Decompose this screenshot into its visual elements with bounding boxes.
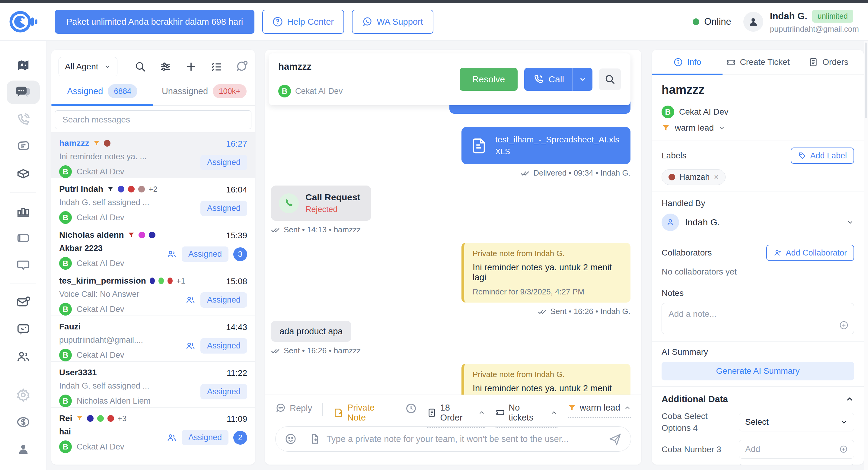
box-icon[interactable] [7,162,40,186]
notes-heading: Notes [661,288,684,298]
lead-status-select[interactable]: warm lead [661,123,854,140]
sidebar-divider [10,192,36,192]
conversation-item[interactable]: Fauzi puputriindaht@gmail.... BCekat AI … [51,316,255,362]
chevron-down-icon [579,75,587,84]
contact-name-heading: hamzzz [661,75,854,97]
label-dot [149,232,155,238]
remove-label-icon[interactable]: × [714,173,719,182]
profile-icon[interactable] [7,437,40,461]
card-icon[interactable] [7,226,40,250]
search-icon[interactable] [134,61,146,73]
file-type: XLS [495,147,619,156]
tab-orders[interactable]: Orders [793,50,864,74]
dollar-icon[interactable] [7,410,40,434]
conversation-item[interactable]: hamzzz Ini reminder notes ya. ... BCekat… [51,132,255,178]
whatsapp-business-icon: B [59,395,72,407]
message-preview: Indah G. self assigned ... [59,198,200,207]
conversation-item[interactable]: Putri Indah +2 Indah G. self assigned ..… [51,178,255,224]
tab-info[interactable]: Info [652,50,722,74]
add-label-button[interactable]: Add Label [791,148,854,164]
help-center-button[interactable]: Help Center [262,10,344,34]
conversation-list-panel: All Agent Assigned 6884 Unassigned [51,50,255,465]
emoji-icon[interactable] [285,433,297,445]
order-doc-icon [427,408,437,417]
coba-select-dropdown[interactable]: Select [739,413,854,431]
label-dot [158,278,163,284]
help-icon [273,17,283,27]
gear-icon[interactable] [7,383,40,407]
schedule-button[interactable] [405,401,417,414]
text-message[interactable]: ada product apa [271,321,351,342]
conversation-item[interactable]: Nicholas aldenn Akbar 2223 BCekat AI Dev… [51,224,255,270]
add-note-icon[interactable] [839,320,849,330]
window-top-strip [0,0,868,3]
online-status[interactable]: Online [693,16,731,27]
conversation-time: 15:08 [226,277,247,286]
select-value: Select [745,417,769,427]
private-note-message[interactable]: Private note from Indah G. Ini reminder … [462,243,630,303]
chat-status-icon[interactable] [236,61,248,73]
call-options-dropdown[interactable] [572,68,592,91]
wa-support-button[interactable]: WA Support [352,10,433,34]
coba-number-input[interactable]: Add [739,440,854,459]
chat-inbox-icon[interactable] [7,81,40,104]
extra-labels-count: +3 [118,414,127,423]
bot-chat-icon[interactable] [7,318,40,341]
tab-info-label: Info [687,57,702,67]
scrollbar-thumb[interactable] [865,42,867,118]
plan-expiry-banner-button[interactable]: Paket unlimited Anda berakhir dalam 698 … [55,10,254,34]
chevron-up-icon [624,404,631,411]
unassigned-count-badge: 100k+ [213,84,247,98]
call-request-card[interactable]: Call Request Rejected [271,186,371,221]
search-messages-input[interactable] [55,111,251,129]
handled-by-heading: Handled By [661,198,705,208]
resolve-button[interactable]: Resolve [460,68,518,91]
order-dropdown[interactable]: 18 Order [427,401,485,428]
agent-filter-select[interactable]: All Agent [59,57,117,76]
new-chat-icon[interactable] [185,61,197,73]
tab-unassigned[interactable]: Unassigned 100k+ [153,84,255,105]
window-scrollbar[interactable] [864,41,868,470]
tab-create-ticket[interactable]: Create Ticket [722,50,793,74]
generate-ai-summary-button[interactable]: Generate AI Summary [661,362,854,380]
double-check-icon [538,307,547,316]
handled-by-select[interactable]: Indah G. [661,214,854,231]
note-author: Private note from Indah G. [473,249,622,258]
contact-name: tes_kirim_permission [59,276,146,286]
map-icon[interactable] [7,53,40,77]
template-file-icon[interactable] [309,433,320,445]
notes-chat-icon[interactable] [7,135,40,158]
private-note-message[interactable]: Private note from Indah G. Ini reminder … [462,364,630,395]
user-menu[interactable]: Indah G. unlimited puputriindaht@gmail.c… [743,10,859,34]
conversation-item[interactable]: tes_kirim_permission +1 Voice Call: No A… [51,270,255,316]
tab-assigned[interactable]: Assigned 6884 [51,84,153,105]
filter-sliders-icon[interactable] [160,61,172,73]
checklist-icon[interactable] [210,61,222,73]
contact-name: Nicholas aldenn [59,230,124,240]
note-textarea[interactable] [661,303,854,334]
envelope-icon[interactable] [7,290,40,314]
label-chip[interactable]: Hamzah × [661,169,725,185]
phone-icon[interactable] [7,108,40,131]
contact-name: User3331 [59,368,97,377]
conversation-item[interactable]: User3331 Indah G. self assigned ... BNic… [51,362,255,407]
private-note-input[interactable] [327,434,602,444]
people-icon[interactable] [7,345,40,368]
bar-chart-icon[interactable] [7,199,40,223]
file-message[interactable]: test_ilham_-_Spreadsheet_AI.xls XLS [462,127,630,164]
conversation-item[interactable]: Rei +3 hai BCekat AI Dev 11:09 Assigned [51,407,255,453]
assigned-badge: Assigned [200,338,247,353]
speech-bubble-icon[interactable] [7,253,40,277]
search-in-chat-button[interactable] [599,68,621,90]
file-name: test_ilham_-_Spreadsheet_AI.xls [495,135,619,145]
send-icon[interactable] [609,432,622,445]
reply-mode-button[interactable]: Reply [275,401,312,414]
add-collaborator-button[interactable]: Add Collaborator [766,245,854,261]
call-button-label: Call [548,74,564,85]
lead-status-dropdown[interactable]: warm lead [568,401,631,418]
tickets-dropdown[interactable]: No tickets [496,401,557,428]
private-note-mode-button[interactable]: Private Note [333,401,395,422]
collapse-chevron-up-icon[interactable] [845,395,854,404]
call-button[interactable]: Call [524,68,572,91]
add-label-text: Add Label [810,151,847,160]
